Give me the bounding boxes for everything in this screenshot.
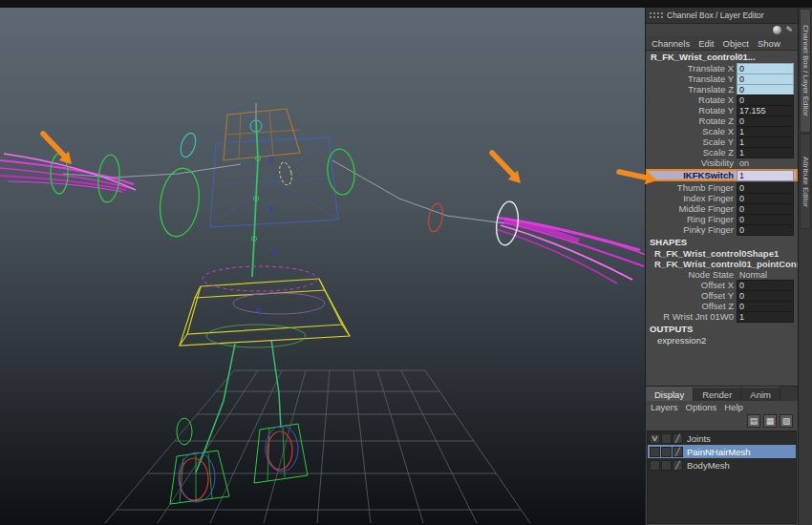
channel-row-pinky-finger[interactable]: Pinky Finger 0 [646, 224, 798, 235]
layer-editor: Display Render Anim Layers Options Help … [646, 386, 798, 525]
layer-editor-tabs: Display Render Anim [646, 387, 798, 401]
attr-label: Rotate Y [646, 105, 737, 116]
tab-anim[interactable]: Anim [741, 387, 780, 401]
channel-row-scale-x[interactable]: Scale X 1 [646, 126, 798, 136]
attr-label: Translate X [646, 63, 737, 74]
attr-label: Node State [646, 269, 737, 280]
channel-row-translate-y[interactable]: Translate Y 0 [646, 74, 798, 84]
hair-curves-right [496, 218, 645, 284]
channel-row-translate-z[interactable]: Translate Z 0 [646, 84, 798, 94]
layer-editor-toolbar: ▤ ▦ ▧ [646, 413, 798, 429]
layer-row-bodymesh[interactable]: ╱ BodyMesh [648, 458, 796, 472]
channel-row-scale-y[interactable]: Scale Y 1 [646, 136, 798, 147]
channel-row-offset-z[interactable]: Offset Z 0 [646, 301, 798, 311]
svg-text:c: c [268, 204, 273, 214]
attr-value-field[interactable]: 0 [737, 224, 794, 236]
channel-row-index-finger[interactable]: Index Finger 0 [646, 193, 798, 203]
layer-visibility-toggle[interactable]: V [650, 433, 660, 444]
pelvis-circles [203, 266, 325, 347]
menu-channels[interactable]: Channels [652, 38, 690, 49]
move-layer-icon[interactable]: ▤ [747, 414, 760, 428]
panel-drag-grip[interactable] [649, 11, 664, 19]
menu-help[interactable]: Help [724, 402, 743, 412]
attr-label: Ring Finger [646, 214, 737, 224]
skeleton-rig [63, 103, 504, 504]
new-empty-layer-icon[interactable]: ▦ [763, 414, 777, 428]
side-tab-channel-box[interactable]: Channel Box / Layer Editor [800, 9, 811, 133]
tab-display[interactable]: Display [646, 387, 694, 401]
channel-row-rotate-y[interactable]: Rotate Y 17.155 [646, 105, 798, 116]
ground-grid [105, 370, 530, 523]
attr-label: Offset X [646, 280, 737, 290]
layer-row-painnhairmesh[interactable]: ╱ PainNHairMesh [648, 445, 796, 458]
layer-visibility-toggle[interactable] [650, 447, 660, 457]
channel-row-translate-x[interactable]: Translate X 0 [646, 63, 798, 74]
channel-row-ring-finger[interactable]: Ring Finger 0 [646, 214, 798, 224]
pencil-icon[interactable]: ✎ [785, 26, 793, 34]
shapes-section-header: SHAPES [646, 237, 798, 248]
channel-row-rotate-x[interactable]: Rotate X 0 [646, 94, 798, 105]
menu-layers[interactable]: Layers [651, 402, 678, 412]
attr-label: Middle Finger [646, 203, 737, 214]
channel-row-scale-z[interactable]: Scale Z 1 [646, 147, 798, 158]
attr-label: Translate Z [646, 84, 737, 94]
channel-row-wrist-jnt-weight[interactable]: R Wrist Jnt 01W0 1 [646, 311, 798, 322]
layer-display-mode-toggle[interactable]: ╱ [673, 447, 683, 457]
svg-text:c: c [274, 247, 279, 257]
channel-row-ikfkswitch[interactable]: IKFKSwitch 1 [646, 169, 798, 181]
fk-control-circles [51, 131, 444, 239]
menu-object[interactable]: Object [723, 38, 749, 49]
attr-label: IKFKSwitch [648, 170, 737, 180]
sphere-icon[interactable] [773, 26, 781, 34]
attr-label: Rotate Z [646, 116, 737, 126]
attr-label: Thumb Finger [646, 182, 737, 193]
menu-edit[interactable]: Edit [698, 38, 714, 49]
viewport-3d[interactable]: c c c c [0, 8, 645, 525]
layer-name: BodyMesh [684, 460, 730, 471]
menu-options[interactable]: Options [686, 402, 717, 412]
panel-header[interactable]: Channel Box / Layer Editor [646, 8, 798, 24]
menu-show[interactable]: Show [758, 38, 780, 49]
attr-label: Offset Z [646, 301, 737, 311]
selected-object-name[interactable]: R_FK_Wrist_control01... [646, 51, 798, 63]
attr-label: Scale X [646, 126, 737, 136]
channel-row-visibility[interactable]: Visibility on [646, 158, 798, 168]
layer-name: PainNHairMesh [684, 447, 751, 457]
new-layer-from-selected-icon[interactable]: ▧ [780, 414, 793, 428]
attr-value-field[interactable]: 1 [737, 311, 794, 323]
shape-node-name[interactable]: R_FK_Wrist_control01_pointConst... [646, 259, 798, 269]
channel-row-node-state[interactable]: Node State Normal [646, 269, 798, 280]
attr-label: Index Finger [646, 193, 737, 203]
attr-label: Offset Y [646, 290, 737, 301]
side-tab-attribute-editor[interactable]: Attribute Editor [800, 134, 811, 229]
channel-row-rotate-z[interactable]: Rotate Z 0 [646, 116, 798, 126]
channel-row-middle-finger[interactable]: Middle Finger 0 [646, 203, 798, 214]
layer-playback-toggle[interactable] [661, 447, 672, 457]
attr-label: Pinky Finger [646, 224, 737, 235]
panel-tab-strip: Channel Box / Layer Editor Attribute Edi… [798, 8, 812, 525]
layer-display-mode-toggle[interactable]: ╱ [673, 460, 683, 471]
attr-label: R Wrist Jnt 01W0 [646, 311, 737, 322]
layer-playback-toggle[interactable] [661, 460, 672, 471]
attr-label: Scale Y [646, 136, 737, 147]
layer-editor-menubar: Layers Options Help [646, 401, 798, 413]
output-node-name[interactable]: expression2 [646, 335, 798, 346]
layer-visibility-toggle[interactable] [650, 460, 660, 471]
channel-row-offset-x[interactable]: Offset X 0 [646, 280, 798, 290]
attr-value-field[interactable]: 1 [737, 170, 794, 181]
svg-text:c: c [268, 154, 273, 163]
layer-name: Joints [684, 433, 711, 444]
channel-row-thumb-finger[interactable]: Thumb Finger 0 [646, 182, 798, 193]
layer-row-joints[interactable]: V ╱ Joints [648, 431, 796, 445]
channel-box-menubar: Channels Edit Object Show [646, 36, 798, 51]
shape-node-name[interactable]: R_FK_Wrist_control0Shape1 [646, 248, 798, 259]
layer-playback-toggle[interactable] [661, 433, 672, 444]
attr-value-field[interactable]: on [737, 158, 794, 169]
channel-row-offset-y[interactable]: Offset Y 0 [646, 290, 798, 301]
outputs-section-header: OUTPUTS [646, 324, 798, 335]
tab-render[interactable]: Render [694, 387, 741, 401]
layer-display-mode-toggle[interactable]: ╱ [673, 433, 683, 444]
channel-box-panel: Channel Box / Layer Editor ✎ Channels Ed… [645, 8, 798, 525]
panel-title: Channel Box / Layer Editor [667, 10, 764, 20]
attr-label: Visibility [646, 158, 737, 168]
